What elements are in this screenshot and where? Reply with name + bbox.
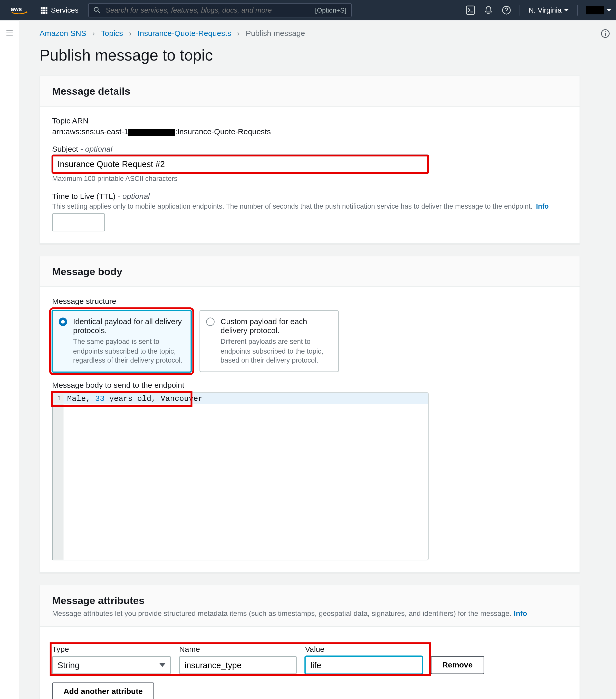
attr-name-input[interactable] [179, 656, 297, 674]
attr-value-input[interactable] [305, 656, 423, 674]
ttl-label: Time to Live (TTL) - optional [52, 192, 567, 201]
message-body-editor[interactable]: 1 Male, 33 years old, Vancouver [52, 392, 428, 560]
attr-name-label: Name [179, 644, 297, 653]
structure-label: Message structure [52, 296, 567, 306]
panel-title: Message attributes [52, 595, 567, 607]
svg-text:aws: aws [11, 6, 22, 12]
chevron-right-icon: › [237, 29, 240, 38]
topic-arn-value: arn:aws:sns:us-east-1:Insurance-Quote-Re… [52, 127, 567, 136]
panel-title: Message body [52, 266, 567, 278]
help-icon[interactable] [501, 5, 511, 15]
services-label: Services [51, 6, 78, 14]
hamburger-icon [5, 29, 14, 37]
ttl-input[interactable] [52, 213, 105, 231]
region-selector[interactable]: N. Virginia [528, 6, 569, 14]
chevron-right-icon: › [92, 29, 95, 38]
search-shortcut: [Option+S] [315, 7, 346, 14]
radio-icon [59, 318, 67, 326]
search-box[interactable]: [Option+S] [88, 3, 352, 17]
svg-point-1 [94, 7, 98, 11]
radio-custom-payload[interactable]: Custom payload for each delivery protoco… [200, 311, 339, 372]
page-title: Publish message to topic [40, 46, 580, 65]
sidebar-toggle[interactable] [0, 20, 19, 699]
ttl-description: This setting applies only to mobile appl… [52, 202, 567, 210]
radio-icon [206, 318, 214, 326]
breadcrumb-link[interactable]: Insurance-Quote-Requests [137, 29, 231, 38]
line-number: 1 [53, 394, 63, 403]
search-icon [93, 7, 101, 14]
breadcrumb-current: Publish message [246, 29, 305, 38]
svg-point-6 [605, 31, 606, 32]
radio-title: Custom payload for each delivery protoco… [221, 317, 331, 335]
attr-type-label: Type [52, 644, 171, 653]
message-attributes-panel: Message attributes Message attributes le… [40, 584, 580, 699]
subject-label: Subject - optional [52, 144, 567, 154]
caret-down-icon [606, 9, 611, 11]
subject-hint: Maximum 100 printable ASCII characters [52, 175, 567, 182]
add-attribute-button[interactable]: Add another attribute [52, 682, 154, 699]
message-details-panel: Message details Topic ARN arn:aws:sns:us… [40, 76, 580, 244]
svg-rect-3 [466, 6, 475, 14]
chevron-right-icon: › [129, 29, 132, 38]
top-nav: aws Services [Option+S] N. Virginia [0, 0, 616, 20]
ttl-info-link[interactable]: Info [536, 202, 549, 210]
subject-input[interactable] [52, 155, 428, 173]
redacted-account [128, 129, 175, 136]
breadcrumb-link[interactable]: Topics [101, 29, 123, 38]
select-value: String [57, 660, 79, 670]
bell-icon[interactable] [484, 5, 493, 15]
remove-attribute-button[interactable]: Remove [431, 656, 484, 674]
account-menu[interactable] [586, 6, 611, 14]
info-panel-toggle[interactable] [601, 29, 610, 40]
chevron-down-icon [159, 663, 165, 667]
radio-title: Identical payload for all delivery proto… [73, 317, 184, 335]
services-menu[interactable]: Services [35, 6, 84, 14]
search-input[interactable] [105, 6, 310, 14]
editor-label: Message body to send to the endpoint [52, 380, 567, 389]
info-icon [601, 29, 610, 38]
svg-point-4 [502, 6, 510, 14]
attr-type-select[interactable]: String [52, 656, 171, 674]
message-body-panel: Message body Message structure Identical… [40, 256, 580, 572]
grid-icon [41, 7, 48, 14]
search-container: [Option+S] [88, 3, 352, 17]
attr-value-label: Value [305, 644, 423, 653]
attr-info-link[interactable]: Info [514, 609, 527, 618]
account-redacted [586, 6, 604, 14]
caret-down-icon [564, 9, 569, 11]
editor-content: Male, 33 years old, Vancouver [67, 394, 203, 403]
cloudshell-icon[interactable] [466, 5, 475, 15]
aws-logo[interactable]: aws [5, 5, 35, 16]
radio-identical-payload[interactable]: Identical payload for all delivery proto… [52, 311, 191, 372]
region-label: N. Virginia [528, 6, 562, 14]
radio-desc: The same payload is sent to endpoints su… [73, 338, 184, 366]
breadcrumb: Amazon SNS › Topics › Insurance-Quote-Re… [40, 29, 580, 38]
attributes-description: Message attributes let you provide struc… [52, 609, 567, 618]
topic-arn-label: Topic ARN [52, 116, 567, 125]
svg-line-2 [98, 11, 100, 13]
radio-desc: Different payloads are sent to endpoints… [221, 338, 331, 366]
panel-title: Message details [52, 86, 567, 98]
breadcrumb-link[interactable]: Amazon SNS [40, 29, 86, 38]
